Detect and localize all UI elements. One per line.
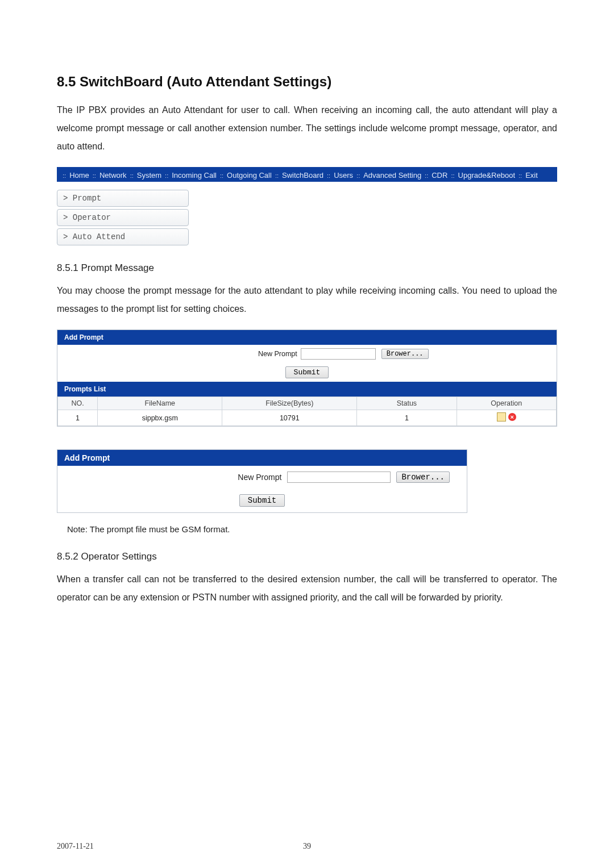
submit-button-2[interactable]: Submit [239,494,285,507]
nav-system[interactable]: System [137,171,161,180]
col-operation: Operation [457,397,556,410]
nav-separator-icon: :: [129,172,135,179]
table-row: 1 sippbx.gsm 10791 1 × [58,410,557,426]
new-prompt-label-2: New Prompt [238,473,281,482]
nav-cdr[interactable]: CDR [432,171,447,180]
nav-users[interactable]: Users [334,171,353,180]
nav-separator-icon: :: [274,172,280,179]
switchboard-side-menu: > Prompt > Operator > Auto Attend [57,190,557,245]
cell-filesize: 10791 [222,410,357,426]
cell-operation: × [457,410,556,426]
nav-switchboard[interactable]: SwitchBoard [282,171,323,180]
nav-separator-icon: :: [219,172,225,179]
add-prompt-header-2: Add Prompt [57,450,467,466]
new-prompt-input[interactable] [301,348,376,360]
footer-page-number: 39 [303,842,311,851]
col-filesize: FileSize(Bytes) [222,397,357,410]
side-item-prompt[interactable]: > Prompt [57,190,189,207]
nav-separator-icon: :: [424,172,429,179]
nav-outgoing-call[interactable]: Outgoing Call [227,171,272,180]
section-8-5-2-text: When a transfer call can not be transfer… [57,570,557,607]
col-status: Status [357,397,457,410]
add-prompt-panel-zoom: Add Prompt New Prompt Brower... Submit [57,449,467,513]
add-prompt-header: Add Prompt [57,330,557,345]
col-filename: FileName [98,397,222,410]
nav-exit[interactable]: Exit [525,171,538,180]
gsm-format-note: Note: The prompt file must be GSM format… [67,524,557,534]
submit-button[interactable]: Submit [285,366,329,378]
nav-upgrade-reboot[interactable]: Upgrade&Reboot [458,171,515,180]
section-8-5-2-title: 8.5.2 Operator Settings [57,551,557,562]
nav-separator-icon: :: [326,172,331,179]
prompts-list-table: NO. FileName FileSize(Bytes) Status Oper… [57,397,557,426]
nav-home[interactable]: Home [69,171,89,180]
cell-status: 1 [357,410,457,426]
cell-filename: sippbx.gsm [98,410,222,426]
add-prompt-panel: Add Prompt New Prompt Brower... Submit P… [57,329,557,427]
edit-icon[interactable] [497,412,506,422]
nav-separator-icon: :: [450,172,455,179]
browse-button[interactable]: Brower... [381,349,429,359]
footer-date: 2007-11-21 [57,842,94,851]
page-footer: 2007-11-21 39 [57,842,557,851]
section-8-5-title: 8.5 SwitchBoard (Auto Attendant Settings… [57,74,557,90]
new-prompt-input-2[interactable] [287,471,391,483]
section-8-5-1-text: You may choose the prompt message for th… [57,282,557,318]
top-nav-bar: :: Home :: Network :: System :: Incoming… [57,167,557,182]
delete-icon[interactable]: × [508,413,516,421]
nav-separator-icon: :: [517,172,523,179]
nav-network[interactable]: Network [99,171,127,180]
new-prompt-label: New Prompt [62,350,301,358]
nav-advanced-setting[interactable]: Advanced Setting [363,171,421,180]
browse-button-2[interactable]: Brower... [396,471,450,483]
prompts-list-header: Prompts List [57,382,557,397]
side-item-auto-attend[interactable]: > Auto Attend [57,228,189,245]
nav-incoming-call[interactable]: Incoming Call [172,171,217,180]
nav-separator-icon: :: [355,172,361,179]
col-no: NO. [58,397,98,410]
nav-separator-icon: :: [92,172,97,179]
section-8-5-1-title: 8.5.1 Prompt Message [57,262,557,274]
nav-separator-icon: :: [164,172,169,179]
side-item-operator[interactable]: > Operator [57,209,189,226]
section-8-5-text: The IP PBX provides an Auto Attendant fo… [57,101,557,156]
nav-separator-icon: :: [61,172,67,179]
cell-no: 1 [58,410,98,426]
